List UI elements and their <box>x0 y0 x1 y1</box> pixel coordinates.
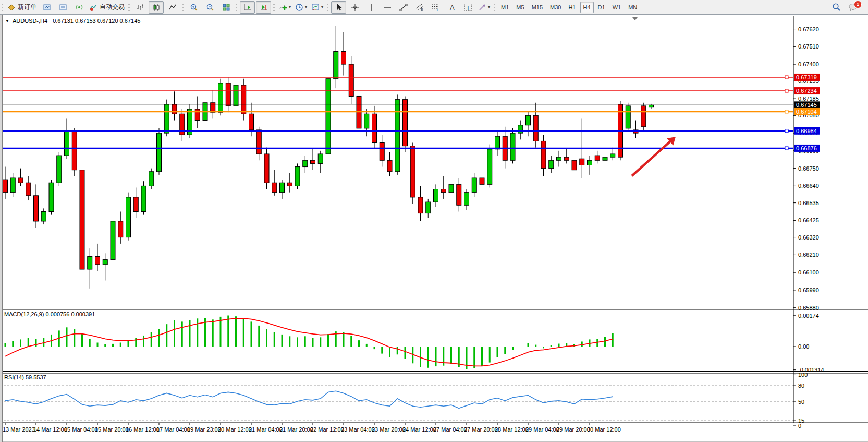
toolbar-group: M1M5M15M30H1H4D1W1MN <box>492 0 641 14</box>
timeframe-m15-button[interactable]: M15 <box>529 2 546 13</box>
notifications-button[interactable]: 1 <box>845 1 860 14</box>
line-chart-button[interactable] <box>165 1 180 14</box>
timeframe-w1-button[interactable]: W1 <box>609 2 625 13</box>
hline-handle[interactable] <box>785 147 788 150</box>
autotrading-button[interactable]: 自动交易 <box>88 1 126 14</box>
candle-bear <box>18 178 23 183</box>
price-tick-label: 0.67185 <box>798 95 819 102</box>
toolbar-grip[interactable] <box>494 3 495 12</box>
timeframe-m5-button[interactable]: M5 <box>513 2 527 13</box>
candle-bull <box>126 197 131 237</box>
price-chart-canvas[interactable]: 0.676200.675100.674000.672950.671850.670… <box>0 15 868 442</box>
textT-icon: T <box>464 3 472 11</box>
bar-chart-button[interactable] <box>132 1 148 14</box>
candle-bull <box>157 133 162 172</box>
candle-chart-button[interactable] <box>149 1 164 14</box>
horizontal-line-button[interactable] <box>380 1 395 14</box>
candle-bear <box>133 197 138 212</box>
shift-icon <box>260 3 268 11</box>
indicators-button[interactable]: ▾ <box>277 1 292 14</box>
candle-bull <box>218 83 223 112</box>
candle-bull <box>334 52 338 79</box>
time-axis-label: 20 Mar 12:00 <box>218 426 252 433</box>
candle-bear <box>272 183 277 192</box>
toolbar-grip[interactable] <box>128 3 130 12</box>
time-axis-label: 14 Mar 12:00 <box>33 426 67 433</box>
price-tick-label: 0.65990 <box>798 287 819 293</box>
time-axis-label: 28 Mar 12:00 <box>495 426 529 433</box>
cursor-button[interactable] <box>331 1 346 14</box>
navigator-button[interactable] <box>71 1 87 14</box>
candle-bull <box>549 160 554 168</box>
candle-bear <box>195 109 200 120</box>
toolbar-grip[interactable] <box>327 3 328 12</box>
timeframe-m30-button[interactable]: M30 <box>547 2 564 13</box>
candle-bear <box>287 183 292 186</box>
hline-handle[interactable] <box>785 110 788 113</box>
text-button[interactable]: A <box>444 1 459 14</box>
timeframe-h1-button[interactable]: H1 <box>565 2 579 13</box>
timeframe-d1-button[interactable]: D1 <box>595 2 608 13</box>
text-label-button[interactable]: T <box>460 1 475 14</box>
auto-scroll-button[interactable] <box>240 1 255 14</box>
zoom-in-icon <box>190 3 198 11</box>
timeframe-m1-button[interactable]: M1 <box>498 2 512 13</box>
time-axis-label: 13 Mar 2023 <box>3 426 35 433</box>
timeframe-mn-button[interactable]: MN <box>625 2 640 13</box>
new-order-button[interactable]: 新订单 <box>6 1 38 14</box>
candle-bear <box>572 160 577 170</box>
toolbar-grip[interactable] <box>182 3 184 12</box>
zoom-in-button[interactable] <box>186 1 201 14</box>
hline-handle[interactable] <box>785 129 788 133</box>
cursor-icon <box>335 3 343 11</box>
timeframe-h4-button[interactable]: H4 <box>580 2 594 13</box>
vertical-line-button[interactable] <box>363 1 378 14</box>
channel-button[interactable]: E <box>412 1 427 14</box>
toolbar-grip[interactable] <box>2 3 3 12</box>
candle-bear <box>341 52 346 65</box>
candles-icon <box>152 3 161 11</box>
periods-button[interactable]: ▾ <box>294 1 309 14</box>
toolbar-grip[interactable] <box>273 3 275 12</box>
chart-shift-button[interactable] <box>256 1 271 14</box>
market-watch-button[interactable] <box>39 1 54 14</box>
search-button[interactable] <box>829 1 844 14</box>
chevron-down-icon[interactable]: ▾ <box>289 5 291 9</box>
candle-bull <box>434 189 438 202</box>
tile-icon <box>222 3 230 11</box>
hline-icon <box>383 3 392 11</box>
candle-bull <box>449 184 454 192</box>
arrows-button[interactable]: ▾ <box>476 1 492 14</box>
data-window-button[interactable] <box>55 1 70 14</box>
trendline-button[interactable] <box>396 1 411 14</box>
fibonacci-button[interactable]: F <box>428 1 443 14</box>
time-axis-label: 23 Mar 20:00 <box>372 426 406 433</box>
toolbar-grip[interactable] <box>236 3 237 12</box>
symbol-dropdown-icon[interactable]: ▼ <box>5 19 9 23</box>
candle-bear <box>372 114 377 142</box>
zoom-out-button[interactable] <box>202 1 217 14</box>
clock-icon <box>295 3 303 11</box>
candle-bear <box>533 115 538 141</box>
candle-bear <box>95 256 100 264</box>
chevron-down-icon[interactable]: ▾ <box>488 5 490 9</box>
candle-bear <box>172 104 177 114</box>
candle-bull <box>364 114 369 128</box>
candle-bull <box>280 183 285 192</box>
templates-button[interactable]: ▾ <box>310 1 325 14</box>
tile-windows-button[interactable] <box>218 1 234 14</box>
hline-handle[interactable] <box>785 89 788 92</box>
hline-handle[interactable] <box>785 76 788 79</box>
candle-bull <box>49 183 54 211</box>
time-axis-label: 19 Mar 23:00 <box>187 426 221 433</box>
rsi-indicator-label: RSI(14) 59.5537 <box>4 374 46 380</box>
chevron-down-icon[interactable]: ▾ <box>305 5 307 9</box>
crosshair-button[interactable] <box>347 1 362 14</box>
chevron-down-icon[interactable]: ▾ <box>321 5 323 9</box>
price-badge-label: 0.66984 <box>796 128 817 134</box>
chart-shift-marker-icon[interactable] <box>632 17 638 20</box>
trend-arrow-annotation[interactable] <box>632 139 673 176</box>
candle-bear <box>118 221 123 237</box>
time-axis-label: 15 Mar 04:00 <box>64 426 98 433</box>
rsi-tick-label: 100 <box>798 372 808 378</box>
